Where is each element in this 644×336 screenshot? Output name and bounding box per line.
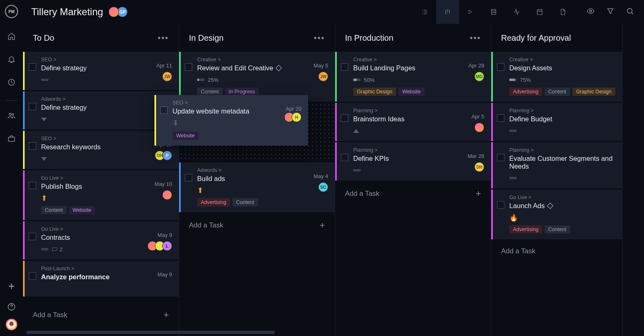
briefcase-icon[interactable] [7, 134, 16, 144]
horizontal-scrollbar[interactable] [23, 329, 644, 336]
assignee-avatar[interactable] [162, 190, 172, 200]
clock-icon[interactable] [7, 77, 16, 87]
checkbox[interactable] [29, 272, 36, 280]
card-stripe [154, 95, 156, 146]
search-icon[interactable] [626, 7, 634, 17]
task-card[interactable]: Creative > Build Landing Pages Apr 29 MG… [335, 52, 491, 102]
column-in-design: In Design ••• Creative > Review and Edit… [179, 24, 335, 336]
checkbox[interactable] [341, 114, 348, 122]
filter-icon[interactable] [606, 7, 614, 17]
card-category: Go Live > [509, 195, 616, 200]
add-task-button[interactable]: Add a Task + [23, 303, 179, 327]
add-icon[interactable] [7, 282, 16, 291]
tag[interactable]: Website [172, 132, 198, 140]
card-category: Planning > [509, 147, 616, 153]
top-right-actions [586, 7, 634, 17]
task-card[interactable]: Planning > Brainstorm Ideas Apr 5 [335, 103, 491, 141]
people-icon[interactable] [7, 111, 16, 120]
comments-icon[interactable]: 2 [52, 246, 62, 253]
column-header: Ready for Approval [491, 24, 622, 52]
checkbox[interactable] [497, 154, 504, 161]
card-category: SEO > [172, 100, 301, 106]
checkbox[interactable] [185, 63, 192, 71]
checkbox[interactable] [497, 201, 504, 209]
task-card[interactable]: Creative > Design Assets 75% Advertising… [491, 52, 622, 102]
topbar: Tillery Marketing GP [23, 0, 644, 24]
card-title: Design Assets [509, 64, 616, 72]
task-card[interactable]: Planning > Define KPIs Mar 28 DH [335, 142, 491, 181]
task-card[interactable]: Creative > Review and Edit Creative May … [179, 52, 335, 102]
tag[interactable]: Content [232, 198, 258, 206]
checkbox[interactable] [29, 103, 36, 110]
column-more-icon[interactable]: ••• [158, 33, 169, 43]
eye-icon[interactable] [586, 7, 595, 17]
svg-rect-6 [537, 10, 542, 15]
app-logo[interactable]: PM [5, 5, 18, 18]
file-icon[interactable] [551, 0, 574, 24]
add-task-button[interactable]: Add a Task + [335, 182, 491, 206]
board-view-icon[interactable] [436, 0, 459, 24]
checkbox[interactable] [29, 182, 36, 189]
table-view-icon[interactable] [482, 0, 505, 24]
tag[interactable]: Advertising [509, 225, 542, 234]
tag[interactable]: Content [545, 88, 570, 96]
assignee-avatar[interactable]: MG [474, 72, 484, 81]
add-task-button[interactable]: Add a Task + [179, 213, 335, 237]
task-card[interactable]: SEO > Define strategy Apr 11 JW [23, 52, 179, 90]
help-icon[interactable] [7, 302, 16, 311]
task-card[interactable]: Go Live > Publish Blogs May 10 ⬆ Content… [23, 170, 179, 220]
add-task-label: Add a Task [189, 221, 223, 229]
dragging-card[interactable]: SEO > Update website metadata Apr 20 H ⬇… [154, 95, 308, 146]
checkbox[interactable] [29, 63, 36, 71]
tag[interactable]: Content [197, 88, 223, 96]
checkbox[interactable] [160, 107, 168, 114]
checkbox[interactable] [29, 233, 36, 240]
task-card[interactable]: Go Live > Contracts May 9 L 2 [23, 221, 179, 260]
project-members[interactable]: GP [110, 7, 128, 17]
scrollbar-thumb[interactable] [26, 331, 275, 334]
checkbox[interactable] [341, 63, 348, 71]
tag[interactable]: Graphic Design [573, 88, 615, 96]
tag[interactable]: Advertising [509, 88, 542, 96]
tag[interactable]: Website [69, 206, 95, 214]
bell-icon[interactable] [7, 54, 16, 64]
tag[interactable]: Content [41, 206, 67, 214]
task-card[interactable]: Planning > Define Budget [491, 103, 622, 141]
tag[interactable]: Graphic Design [353, 88, 396, 96]
column-more-icon[interactable]: ••• [470, 33, 481, 43]
task-card[interactable]: Go Live > Launch Ads 🔥 Advertising Conte… [491, 190, 622, 239]
assignee-avatar[interactable] [474, 123, 484, 132]
checkbox[interactable] [341, 154, 348, 161]
gantt-view-icon[interactable] [459, 0, 482, 24]
add-task-button[interactable]: Add a Task [491, 241, 622, 262]
assignee-avatar[interactable]: P [162, 151, 172, 160]
task-card[interactable]: Post-Launch > Analyze performance May 9 [23, 261, 179, 297]
column-todo: To Do ••• SEO > Define strategy Apr 11 J… [23, 24, 179, 336]
task-card[interactable]: Adwords > Build ads May 4 SC ⬆ Advertisi… [179, 162, 335, 212]
home-icon[interactable] [7, 31, 16, 41]
assignee-avatar[interactable]: H [292, 112, 301, 122]
priority-low-icon [41, 118, 47, 121]
column-more-icon[interactable]: ••• [314, 33, 325, 43]
assignee-avatar[interactable]: JW [318, 72, 328, 81]
checkbox[interactable] [497, 114, 504, 122]
activity-icon[interactable] [505, 0, 528, 24]
user-avatar[interactable] [6, 319, 17, 330]
checkbox[interactable] [29, 142, 36, 150]
checkbox[interactable] [185, 174, 192, 181]
assignee-avatar[interactable]: JW [162, 72, 172, 81]
calendar-icon[interactable] [528, 0, 551, 24]
tag[interactable]: Content [545, 225, 570, 234]
tag[interactable]: Website [398, 88, 424, 96]
column-ready-for-approval: Ready for Approval Creative > Design Ass… [491, 24, 623, 336]
assignee-avatar[interactable]: L [162, 241, 172, 251]
tag[interactable]: Advertising [197, 198, 230, 206]
tag[interactable]: In Progress [225, 88, 259, 96]
member-avatar[interactable] [108, 7, 119, 17]
assignee-avatar[interactable]: DH [474, 162, 484, 172]
assignee-avatar[interactable]: SC [318, 182, 328, 192]
checkbox[interactable] [497, 63, 504, 71]
progress-bar [509, 177, 517, 179]
list-view-icon[interactable] [413, 0, 436, 24]
task-card[interactable]: Planning > Evaluate Customer Segments an… [491, 142, 622, 188]
